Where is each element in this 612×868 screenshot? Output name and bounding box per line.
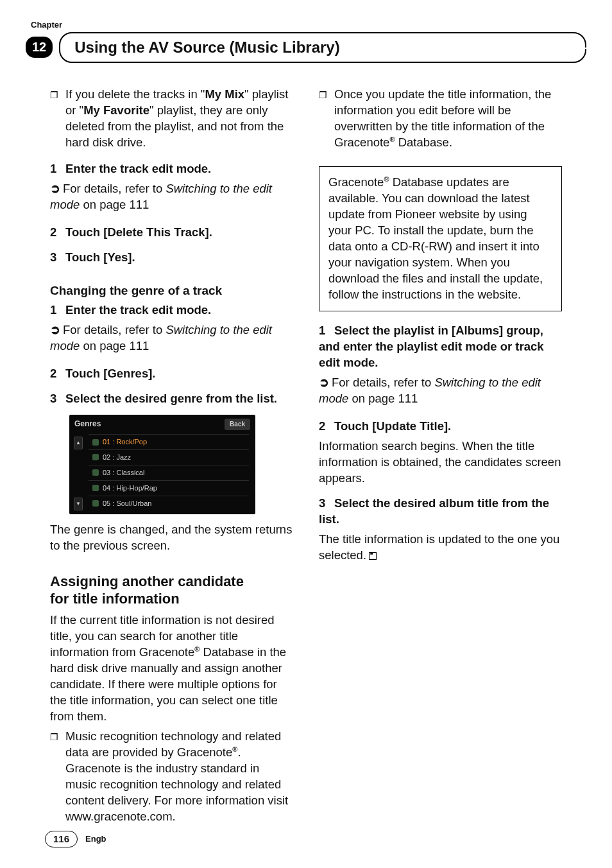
genre-step-1-ref: ➲For details, refer to Switching to the … xyxy=(50,322,293,354)
bullet-icon: ❐ xyxy=(319,89,328,155)
reference-arrow-icon: ➲ xyxy=(50,181,60,197)
genre-step-1: 1Enter the track edit mode. xyxy=(50,302,293,318)
genres-back-button: Back xyxy=(225,419,250,430)
top-bullet-text: Once you update the title information, t… xyxy=(334,87,562,151)
right-column: ❐ Once you update the title information,… xyxy=(319,87,562,829)
scroll-up-icon: ▲ xyxy=(74,437,83,449)
step-1-ref: ➲For details, refer to Switching to the … xyxy=(50,181,293,213)
genre-step-2: 2Touch [Genres]. xyxy=(50,366,293,382)
intro-bullet: ❐ If you delete the tracks in "My Mix" p… xyxy=(50,87,293,155)
step-2: 2Touch [Delete This Track]. xyxy=(50,225,293,241)
page-footer: 116 Engb xyxy=(45,831,106,847)
assign-bullet: ❐ Music recognition technology and relat… xyxy=(50,729,293,829)
gracenote-note-box: Gracenote® Database updates are availabl… xyxy=(319,166,562,311)
list-item: 05 : Soul/Urban xyxy=(89,496,249,511)
scroll-down-icon: ▼ xyxy=(74,498,83,510)
list-item: 04 : Hip-Hop/Rap xyxy=(89,480,249,496)
heading-assign-candidate: Assigning another candidate for title in… xyxy=(50,573,293,607)
assign-bullet-text: Music recognition technology and related… xyxy=(65,729,293,825)
genres-title: Genres xyxy=(74,419,101,430)
right-step-2: 2Touch [Update Title]. xyxy=(319,419,562,435)
step-1: 1Enter the track edit mode. xyxy=(50,161,293,177)
left-column: ❐ If you delete the tracks in "My Mix" p… xyxy=(50,87,293,829)
right-step-1-ref: ➲For details, refer to Switching to the … xyxy=(319,375,562,407)
list-item: 01 : Rock/Pop xyxy=(89,434,249,449)
list-item: 02 : Jazz xyxy=(89,449,249,465)
list-item: 03 : Classical xyxy=(89,465,249,480)
bullet-icon: ❐ xyxy=(50,89,59,155)
intro-text: If you delete the tracks in "My Mix" pla… xyxy=(65,87,293,151)
right-step-3-body: The title information is updated to the … xyxy=(319,532,562,564)
genres-screenshot: Genres Back ▲ ▼ 01 : Rock/Pop 02 : Jazz … xyxy=(69,415,255,514)
assign-paragraph: If the current title information is not … xyxy=(50,612,293,725)
content-columns: ❐ If you delete the tracks in "My Mix" p… xyxy=(50,87,562,829)
chapter-number-badge: 12 xyxy=(26,37,53,58)
reference-arrow-icon: ➲ xyxy=(50,322,60,338)
heading-changing-genre: Changing the genre of a track xyxy=(50,282,293,299)
right-step-1: 1Select the playlist in [Albums] group, … xyxy=(319,323,562,371)
bullet-icon: ❐ xyxy=(50,731,59,829)
header-row: 12 Using the AV Source (Music Library) xyxy=(26,32,586,63)
after-shot-text: The genre is changed, and the system ret… xyxy=(50,522,293,554)
genre-step-3: 3Select the desired genre from the list. xyxy=(50,391,293,407)
page-number: 116 xyxy=(45,831,78,847)
chapter-label: Chapter xyxy=(31,19,586,31)
top-bullet: ❐ Once you update the title information,… xyxy=(319,87,562,155)
section-title: Using the AV Source (Music Library) xyxy=(59,32,586,63)
reference-arrow-icon: ➲ xyxy=(319,375,329,391)
genres-scrollbar: ▲ ▼ xyxy=(73,437,83,510)
right-step-2-body: Information search begins. When the titl… xyxy=(319,438,562,487)
page-header: Chapter 12 Using the AV Source (Music Li… xyxy=(26,19,586,63)
step-3: 3Touch [Yes]. xyxy=(50,250,293,266)
right-step-3: 3Select the desired album title from the… xyxy=(319,496,562,528)
language-code: Engb xyxy=(85,833,106,845)
genres-list: 01 : Rock/Pop 02 : Jazz 03 : Classical 0… xyxy=(89,434,249,510)
end-of-section-icon xyxy=(369,552,377,560)
